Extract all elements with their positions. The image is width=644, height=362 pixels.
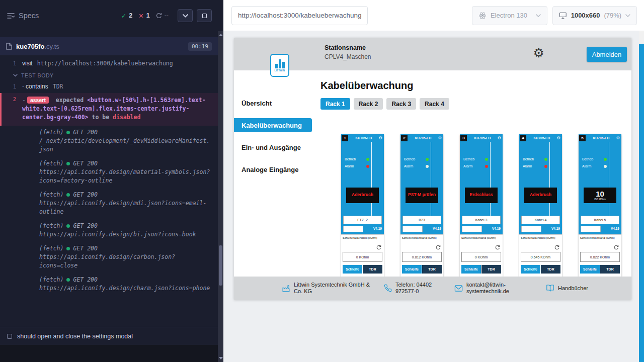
logout-button[interactable]: Abmelden bbox=[587, 47, 627, 62]
cable-name-field[interactable]: Kabel 3 bbox=[462, 216, 501, 224]
panel-bottom-space bbox=[0, 345, 218, 362]
betrieb-led bbox=[366, 158, 369, 161]
schleife-button[interactable]: Schleife bbox=[521, 265, 540, 274]
email-icon bbox=[454, 285, 463, 292]
cable-name-field[interactable]: FTZ_2 bbox=[343, 216, 382, 224]
footer-manuals[interactable]: Handbücher bbox=[546, 284, 588, 292]
failed-assert-row[interactable]: 2 -assert expected <button.w-[50%].h-[1.… bbox=[0, 93, 218, 126]
contains-command-row[interactable]: 1 -contains TDR bbox=[0, 81, 218, 92]
status-dot bbox=[66, 224, 70, 228]
tdr-button[interactable]: TDR bbox=[422, 265, 442, 274]
test-stats: ✓2 ✕1 -- bbox=[121, 12, 169, 20]
test-body-toggle[interactable]: TEST BODY bbox=[0, 68, 218, 81]
spec-header[interactable]: kue705fo.cy.ts 00:19 bbox=[0, 37, 218, 55]
logo-bars-icon bbox=[275, 59, 285, 68]
file-icon bbox=[6, 43, 12, 50]
resistance-value: 0.645 KOhm bbox=[521, 252, 560, 262]
device-gear-icon[interactable]: ⚙ bbox=[438, 136, 442, 140]
device-gear-icon[interactable]: ⚙ bbox=[498, 136, 501, 140]
scrollbar-thumb[interactable] bbox=[219, 245, 222, 286]
cable-name-field[interactable]: Kabel 5 bbox=[581, 216, 619, 224]
chevron-down-icon bbox=[625, 14, 630, 17]
fetch-log-row[interactable]: (fetch)GET 200 https://api.iconify.desig… bbox=[0, 273, 218, 296]
device-gear-icon[interactable]: ⚙ bbox=[379, 136, 382, 140]
schleife-button[interactable]: Schleife bbox=[461, 265, 481, 274]
divider bbox=[371, 142, 372, 216]
tdr-button[interactable]: TDR bbox=[481, 265, 501, 274]
phone-icon bbox=[384, 284, 392, 292]
scroll-up-icon[interactable] bbox=[219, 34, 223, 36]
fetch-log-row[interactable]: (fetch)GET 200 /_next/static/development… bbox=[0, 126, 218, 157]
sidebar-item-uebersicht[interactable]: Übersicht bbox=[234, 96, 312, 110]
betrieb-led bbox=[544, 158, 547, 161]
resistance-value: 0.812 KOhm bbox=[402, 252, 442, 262]
schleife-button[interactable]: Schleife bbox=[580, 265, 600, 274]
value-box bbox=[581, 226, 601, 232]
reporter-scrollbar[interactable] bbox=[218, 31, 223, 362]
tab-rack-1[interactable]: Rack 1 bbox=[320, 98, 350, 110]
fetch-log-row[interactable]: (fetch)GET 200 https://api.iconify.desig… bbox=[0, 242, 218, 273]
tab-rack-4[interactable]: Rack 4 bbox=[420, 98, 449, 110]
app-preview: Stationsname CPLV4_Maschen ⚙ Abmelden LI… bbox=[234, 38, 631, 300]
betrieb-led bbox=[485, 158, 488, 161]
value-box bbox=[403, 226, 423, 232]
failed-stat: ✕1 bbox=[138, 12, 149, 20]
status-dot bbox=[66, 131, 70, 134]
refresh-icon[interactable] bbox=[436, 243, 441, 252]
tab-rack-2[interactable]: Rack 2 bbox=[354, 98, 383, 110]
device-gear-icon[interactable]: ⚙ bbox=[616, 136, 620, 140]
stop-tests-button[interactable] bbox=[197, 9, 212, 22]
resistance-value: 0 KOhm bbox=[343, 252, 382, 262]
cable-name-field[interactable]: Kabel 4 bbox=[521, 216, 560, 224]
refresh-icon[interactable] bbox=[554, 243, 559, 252]
passed-stat: ✓2 bbox=[121, 12, 132, 20]
sidebar-item-ein-und-ausgaenge[interactable]: Ein- und Ausgänge bbox=[234, 140, 312, 154]
footer-company: Littwin Systemtechnik GmbH & Co. KG bbox=[282, 282, 375, 295]
status-dot bbox=[66, 162, 70, 165]
scroll-down-icon[interactable] bbox=[219, 357, 223, 359]
firmware-version: V4.19 bbox=[373, 227, 382, 230]
check-icon: ✓ bbox=[121, 12, 126, 20]
value-box bbox=[343, 226, 363, 232]
specs-menu-button[interactable]: Specs bbox=[7, 12, 39, 20]
sidebar-item-analoge-eingaenge[interactable]: Analoge Eingänge bbox=[234, 162, 312, 176]
refresh-icon bbox=[156, 13, 162, 19]
schleife-button[interactable]: Schleife bbox=[402, 265, 422, 274]
refresh-icon[interactable] bbox=[495, 243, 500, 252]
page-scrollbar[interactable] bbox=[639, 31, 644, 362]
schleife-button[interactable]: Schleife bbox=[343, 265, 362, 274]
station-info: Stationsname CPLV4_Maschen bbox=[325, 44, 371, 60]
visit-command-row[interactable]: 1 visit http://localhost:3000/kabelueber… bbox=[0, 58, 218, 68]
browser-selector[interactable]: Electron 130 bbox=[472, 6, 547, 25]
device-number: 4 bbox=[520, 135, 526, 141]
firmware-version: V4.19 bbox=[433, 227, 441, 230]
cable-name-field[interactable]: B23 bbox=[403, 216, 441, 224]
cross-icon: ✕ bbox=[138, 12, 143, 20]
electron-icon bbox=[478, 12, 487, 20]
tdr-button[interactable]: TDR bbox=[541, 265, 560, 274]
page-scrollbar-thumb[interactable] bbox=[639, 44, 644, 362]
device-gear-icon[interactable]: ⚙ bbox=[557, 136, 560, 140]
settings-gear-icon[interactable]: ⚙ bbox=[533, 47, 544, 59]
assert-badge: assert bbox=[27, 97, 49, 104]
tab-rack-3[interactable]: Rack 3 bbox=[386, 98, 416, 110]
device-number: 2 bbox=[401, 135, 408, 141]
collapse-button[interactable] bbox=[178, 9, 193, 22]
device-card-2: 2KÜ705-FO⚙ Betrieb Alarm PST-M prüfen B2… bbox=[400, 134, 443, 285]
fetch-log-row[interactable]: (fetch)GET 200 https://api.iconify.desig… bbox=[0, 188, 218, 219]
viewport-selector[interactable]: 1000x660 (79%) bbox=[552, 6, 637, 25]
tdr-button[interactable]: TDR bbox=[600, 265, 620, 274]
sidebar-item-kabelueberwachung[interactable]: Kabelüberwachung bbox=[234, 118, 312, 132]
divider bbox=[549, 142, 550, 216]
chevron-down-icon bbox=[183, 14, 188, 18]
aut-url-input[interactable]: http://localhost:3000/kabelueberwachung bbox=[231, 6, 368, 25]
next-test-row[interactable]: should open and close the settings modal bbox=[0, 327, 218, 345]
refresh-icon[interactable] bbox=[376, 243, 381, 252]
refresh-icon[interactable] bbox=[614, 243, 619, 252]
status-dot bbox=[66, 278, 70, 282]
tdr-button[interactable]: TDR bbox=[363, 265, 382, 274]
betrieb-led bbox=[604, 158, 607, 161]
status-display: PST-M prüfen bbox=[406, 188, 438, 203]
fetch-log-row[interactable]: (fetch)GET 200 https://api.iconify.desig… bbox=[0, 157, 218, 188]
fetch-log-row[interactable]: (fetch)GET 200 https://api.iconify.desig… bbox=[0, 219, 218, 242]
